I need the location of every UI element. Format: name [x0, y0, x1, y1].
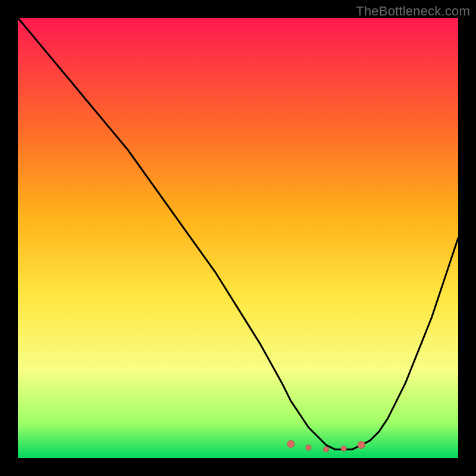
optimal-marker	[306, 445, 311, 450]
svg-rect-2	[0, 0, 18, 476]
svg-rect-3	[458, 0, 476, 476]
optimal-marker	[358, 441, 365, 449]
optimal-marker	[324, 447, 329, 452]
bottleneck-plot	[0, 0, 476, 476]
svg-rect-1	[0, 458, 476, 476]
gradient-panel	[18, 18, 458, 458]
chart-container: TheBottleneck.com	[0, 0, 476, 476]
watermark-text: TheBottleneck.com	[356, 4, 470, 19]
optimal-marker	[341, 446, 346, 451]
optimal-marker	[287, 440, 295, 447]
